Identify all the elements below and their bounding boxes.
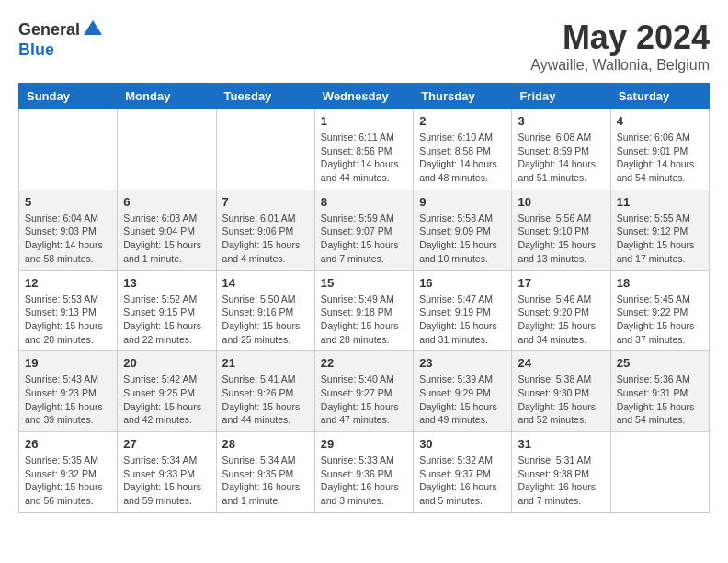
day-cell [216,109,314,190]
sunrise-text: Sunrise: 6:11 AM [321,131,407,144]
day-cell: 29Sunrise: 5:33 AMSunset: 9:36 PMDayligh… [314,432,413,513]
sunrise-text: Sunrise: 6:04 AM [25,212,111,225]
daylight-text: Daylight: 14 hours and 58 minutes. [25,238,111,265]
day-info: Sunrise: 5:45 AMSunset: 9:22 PMDaylight:… [617,293,703,347]
day-cell [610,432,709,513]
day-number: 19 [25,356,111,370]
day-number: 20 [123,356,210,370]
daylight-text: Daylight: 14 hours and 44 minutes. [321,157,407,184]
sunrise-text: Sunrise: 5:35 AM [25,454,111,467]
sunrise-text: Sunrise: 6:10 AM [419,131,506,144]
sunset-text: Sunset: 9:27 PM [321,386,407,400]
daylight-text: Daylight: 15 hours and 56 minutes. [25,480,111,507]
sunset-text: Sunset: 9:01 PM [617,144,703,158]
day-number: 17 [518,276,604,290]
week-row-1: 1Sunrise: 6:11 AMSunset: 8:56 PMDaylight… [19,109,710,190]
logo-text-blue: Blue [18,40,54,59]
day-cell: 26Sunrise: 5:35 AMSunset: 9:32 PMDayligh… [19,432,118,513]
day-number: 25 [617,356,703,370]
daylight-text: Daylight: 15 hours and 10 minutes. [419,238,506,265]
sunset-text: Sunset: 9:19 PM [419,305,506,319]
header-cell-saturday: Saturday [610,84,709,109]
day-number: 18 [617,276,703,290]
day-cell: 24Sunrise: 5:38 AMSunset: 9:30 PMDayligh… [512,351,610,432]
day-cell: 28Sunrise: 5:34 AMSunset: 9:35 PMDayligh… [216,432,314,513]
daylight-text: Daylight: 15 hours and 59 minutes. [123,480,210,507]
sunrise-text: Sunrise: 5:41 AM [222,373,309,386]
daylight-text: Daylight: 14 hours and 48 minutes. [419,157,506,184]
day-number: 29 [321,437,407,451]
day-cell: 10Sunrise: 5:56 AMSunset: 9:10 PMDayligh… [512,190,610,270]
sunrise-text: Sunrise: 5:50 AM [222,293,309,306]
week-row-3: 12Sunrise: 5:53 AMSunset: 9:13 PMDayligh… [19,270,710,351]
day-number: 13 [123,276,210,290]
daylight-text: Daylight: 16 hours and 7 minutes. [518,480,604,507]
day-info: Sunrise: 5:46 AMSunset: 9:20 PMDaylight:… [518,293,604,347]
day-number: 8 [321,195,407,209]
sunrise-text: Sunrise: 5:40 AM [321,373,407,386]
day-number: 30 [419,437,506,451]
day-info: Sunrise: 5:58 AMSunset: 9:09 PMDaylight:… [419,212,506,266]
sunset-text: Sunset: 9:29 PM [419,386,506,400]
day-info: Sunrise: 5:33 AMSunset: 9:36 PMDaylight:… [321,454,407,508]
day-number: 4 [617,114,703,128]
daylight-text: Daylight: 15 hours and 42 minutes. [123,400,210,427]
day-cell: 22Sunrise: 5:40 AMSunset: 9:27 PMDayligh… [314,351,413,432]
daylight-text: Daylight: 15 hours and 17 minutes. [617,238,703,265]
sunset-text: Sunset: 9:38 PM [518,467,604,481]
day-number: 16 [419,276,506,290]
sunrise-text: Sunrise: 6:08 AM [518,131,604,144]
sunset-text: Sunset: 8:58 PM [419,144,506,158]
sunrise-text: Sunrise: 5:38 AM [518,373,604,386]
header-cell-wednesday: Wednesday [314,84,413,109]
day-number: 6 [123,195,210,209]
week-row-5: 26Sunrise: 5:35 AMSunset: 9:32 PMDayligh… [19,432,710,513]
sunrise-text: Sunrise: 5:52 AM [123,293,210,306]
sunset-text: Sunset: 9:33 PM [123,467,210,481]
daylight-text: Daylight: 15 hours and 4 minutes. [222,238,309,265]
day-cell: 6Sunrise: 6:03 AMSunset: 9:04 PMDaylight… [118,190,216,270]
daylight-text: Daylight: 14 hours and 54 minutes. [617,157,703,184]
day-number: 12 [25,276,111,290]
sunset-text: Sunset: 9:36 PM [321,467,407,481]
sunrise-text: Sunrise: 5:34 AM [123,454,210,467]
day-info: Sunrise: 5:38 AMSunset: 9:30 PMDaylight:… [518,373,604,427]
daylight-text: Daylight: 15 hours and 44 minutes. [222,400,309,427]
header-cell-friday: Friday [512,84,610,109]
daylight-text: Daylight: 15 hours and 13 minutes. [518,238,604,265]
day-number: 15 [321,276,407,290]
day-cell: 4Sunrise: 6:06 AMSunset: 9:01 PMDaylight… [610,109,709,190]
sunrise-text: Sunrise: 5:42 AM [123,373,210,386]
daylight-text: Daylight: 15 hours and 34 minutes. [518,319,604,346]
daylight-text: Daylight: 15 hours and 25 minutes. [222,319,309,346]
day-info: Sunrise: 5:34 AMSunset: 9:33 PMDaylight:… [123,454,210,508]
sunrise-text: Sunrise: 5:34 AM [222,454,309,467]
daylight-text: Daylight: 15 hours and 37 minutes. [617,319,703,346]
header-cell-thursday: Thursday [414,84,512,109]
sunrise-text: Sunrise: 5:46 AM [518,293,604,306]
daylight-text: Daylight: 16 hours and 3 minutes. [321,480,407,507]
sunrise-text: Sunrise: 5:49 AM [321,293,407,306]
daylight-text: Daylight: 15 hours and 31 minutes. [419,319,506,346]
day-info: Sunrise: 5:50 AMSunset: 9:16 PMDaylight:… [222,293,309,347]
sunrise-text: Sunrise: 5:32 AM [419,454,506,467]
sunrise-text: Sunrise: 5:31 AM [518,454,604,467]
sunrise-text: Sunrise: 5:55 AM [617,212,703,225]
day-cell [118,109,216,190]
sunrise-text: Sunrise: 5:47 AM [419,293,506,306]
month-year-title: May 2024 [530,18,710,57]
day-cell [19,109,118,190]
sunrise-text: Sunrise: 5:59 AM [321,212,407,225]
sunset-text: Sunset: 9:06 PM [222,224,309,238]
day-cell: 13Sunrise: 5:52 AMSunset: 9:15 PMDayligh… [118,270,216,351]
daylight-text: Daylight: 15 hours and 47 minutes. [321,400,407,427]
sunset-text: Sunset: 9:31 PM [617,386,703,400]
sunset-text: Sunset: 9:30 PM [518,386,604,400]
day-info: Sunrise: 5:32 AMSunset: 9:37 PMDaylight:… [419,454,506,508]
day-info: Sunrise: 5:39 AMSunset: 9:29 PMDaylight:… [419,373,506,427]
day-info: Sunrise: 5:47 AMSunset: 9:19 PMDaylight:… [419,293,506,347]
header-cell-monday: Monday [118,84,216,109]
day-cell: 31Sunrise: 5:31 AMSunset: 9:38 PMDayligh… [512,432,610,513]
logo-icon [82,18,104,40]
day-number: 3 [518,114,604,128]
